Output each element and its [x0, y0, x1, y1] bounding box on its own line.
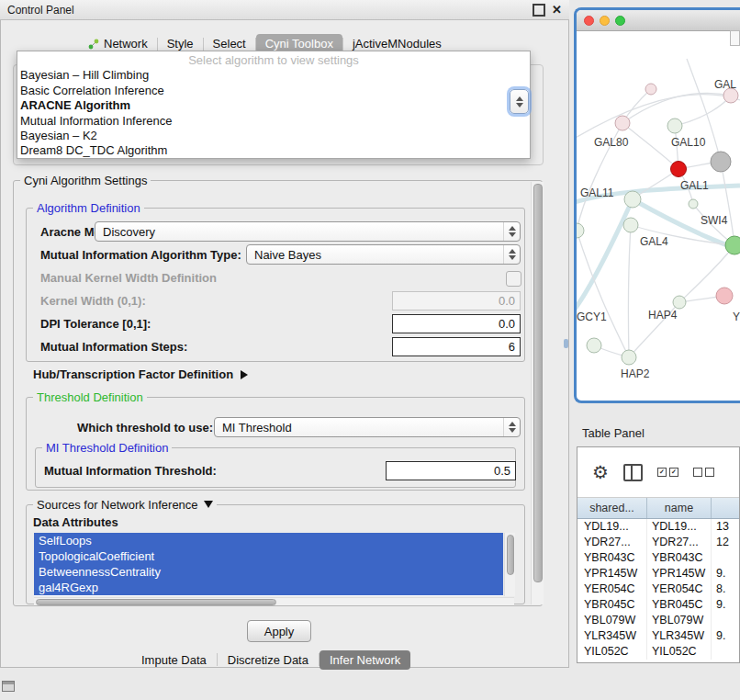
node-gal11[interactable]: [624, 191, 641, 208]
attribute-list-hscrollbar-thumb[interactable]: [36, 599, 276, 605]
node-label: GAL10: [671, 136, 706, 149]
table-columns-icon[interactable]: [623, 464, 643, 481]
node-label: HAP4: [648, 309, 678, 322]
table-cell: [712, 613, 739, 628]
node-gal4[interactable]: [623, 218, 638, 232]
node-pale-pink-small[interactable]: [645, 84, 656, 95]
kernel-width-input[interactable]: [392, 291, 521, 310]
attribute-item-betweennesscentrality[interactable]: BetweennessCentrality: [34, 564, 503, 580]
control-panel-titlebar: Control Panel ✕: [0, 0, 569, 20]
network-graph[interactable]: GAL GAL80 GAL10 GAL11 GAL1 SWI4 GAL4 GCY…: [577, 31, 740, 401]
sources-group-title: Sources for Network Inference: [37, 498, 198, 512]
table-row[interactable]: YDL19... YDL19... 13: [577, 519, 739, 535]
table-cell: 9.: [712, 628, 739, 644]
sources-group-toggle[interactable]: Sources for Network Inference: [33, 498, 217, 512]
column-header-name[interactable]: name: [647, 498, 712, 518]
table-cell: YIL052C: [577, 644, 647, 660]
node-gal1[interactable]: [689, 199, 698, 209]
manual-kernel-checkbox[interactable]: [506, 271, 521, 287]
gear-icon[interactable]: ⚙: [592, 463, 609, 481]
hub-section-label: Hub/Transcription Factor Definition: [33, 367, 233, 381]
tab-label: Select: [213, 37, 246, 51]
attribute-item-gal4rgexp[interactable]: gal4RGexp: [34, 580, 503, 595]
tab-discretize-data[interactable]: Discretize Data: [218, 650, 319, 670]
node-hap2[interactable]: [622, 350, 636, 365]
node-hap4[interactable]: [673, 296, 686, 309]
node-pale-pink[interactable]: [615, 116, 630, 130]
table-row[interactable]: YIL052C YIL052C: [577, 644, 739, 660]
combo-arrows-icon: [503, 245, 520, 264]
close-traffic-light-icon[interactable]: [584, 16, 594, 26]
option-dream8[interactable]: Dream8 DC_TDC Algorithm: [17, 143, 530, 158]
algorithm-dropdown-popup: Select algorithm to view settings Bayesi…: [17, 51, 531, 159]
table-cell: 9.: [712, 597, 739, 613]
table-cell: YDR27...: [647, 535, 712, 550]
minimized-panel-icon[interactable]: [2, 681, 15, 692]
table-row[interactable]: YBR043C YBR043C: [577, 550, 739, 566]
node-gcy1[interactable]: [587, 338, 601, 353]
node-gal10-selected[interactable]: [671, 162, 687, 177]
apply-button[interactable]: Apply: [247, 620, 311, 642]
attribute-list-hscrollbar[interactable]: [34, 597, 514, 605]
settings-group-title: Cyni Algorithm Settings: [20, 174, 151, 187]
minimize-traffic-light-icon[interactable]: [600, 16, 610, 26]
algorithm-combobox-arrow[interactable]: [510, 89, 529, 114]
table-row[interactable]: YBL079W YBL079W: [577, 613, 739, 628]
column-header-extra[interactable]: [712, 498, 739, 518]
node-label: HAP2: [621, 367, 650, 380]
table-cell: YBR043C: [647, 550, 712, 566]
node-gray-large[interactable]: [711, 152, 731, 172]
table-header-row: shared... name: [577, 498, 739, 519]
table-cell: YDL19...: [577, 519, 647, 535]
table-row[interactable]: YER054C YER054C 8.: [577, 581, 739, 597]
node-left-edge[interactable]: [577, 223, 584, 238]
attribute-item-selfloops[interactable]: SelfLoops: [34, 533, 503, 548]
table-cell: 9.: [712, 566, 739, 581]
node-pink-strong[interactable]: [716, 288, 733, 304]
option-bayesian-k2[interactable]: Bayesian – K2: [17, 129, 530, 143]
option-basic-correlation[interactable]: Basic Correlation Inference: [17, 84, 530, 98]
mi-steps-input[interactable]: [392, 337, 521, 356]
select-all-columns-icon[interactable]: ✓✓: [657, 468, 678, 477]
table-row[interactable]: YDR27... YDR27... 12: [577, 535, 739, 550]
table-row[interactable]: YBR045C YBR045C 9.: [577, 597, 739, 613]
aracne-mode-combobox[interactable]: Discovery: [95, 221, 521, 242]
node-bright-green[interactable]: [725, 236, 740, 254]
table-row[interactable]: YLR345W YLR345W 9.: [577, 628, 739, 644]
column-header-shared-name[interactable]: shared...: [577, 498, 647, 518]
network-scrollbar-corner[interactable]: [730, 30, 740, 46]
chevron-up-icon: [516, 96, 523, 101]
table-row[interactable]: YPR145W YPR145W 9.: [577, 566, 739, 581]
dpi-tolerance-label: DPI Tolerance [0,1]:: [40, 317, 151, 331]
dpi-tolerance-input[interactable]: [392, 314, 521, 333]
tab-label: Impute Data: [141, 653, 207, 667]
attribute-item-topologicalcoefficient[interactable]: TopologicalCoefficient: [34, 548, 503, 564]
tab-impute-data[interactable]: Impute Data: [131, 650, 217, 670]
hub-section-toggle[interactable]: Hub/Transcription Factor Definition: [33, 367, 248, 381]
deselect-all-columns-icon[interactable]: [693, 468, 714, 477]
mi-type-combobox[interactable]: Naive Bayes: [246, 244, 521, 265]
mi-steps-label: Mutual Information Steps:: [40, 340, 187, 354]
table-cell: YDR27...: [577, 535, 647, 550]
which-threshold-combobox[interactable]: MI Threshold: [214, 417, 521, 437]
aracne-mode-value: Discovery: [103, 225, 155, 239]
float-window-icon[interactable]: [533, 4, 545, 17]
attribute-list-scrollbar-thumb[interactable]: [507, 535, 514, 575]
settings-scrollbar-thumb[interactable]: [533, 184, 543, 582]
panel-splitter-handle[interactable]: [564, 339, 568, 348]
mi-threshold-input[interactable]: [386, 461, 516, 480]
tab-infer-network[interactable]: Infer Network: [320, 650, 410, 670]
table-cell: YER054C: [577, 581, 647, 597]
settings-scrollbar[interactable]: [531, 182, 544, 604]
threshold-definition-title: Threshold Definition: [33, 390, 147, 404]
table-cell: [712, 550, 739, 566]
close-window-icon[interactable]: ✕: [552, 6, 562, 15]
attribute-list-scrollbar[interactable]: [504, 533, 515, 596]
collapse-down-icon: [204, 501, 213, 508]
node-pale-green[interactable]: [667, 119, 682, 133]
option-mutual-information[interactable]: Mutual Information Inference: [17, 114, 530, 129]
zoom-traffic-light-icon[interactable]: [615, 16, 625, 26]
option-bayesian-hill-climbing[interactable]: Bayesian – Hill Climbing: [17, 68, 530, 83]
option-aracne[interactable]: ARACNE Algorithm: [17, 98, 530, 113]
network-window-titlebar[interactable]: [577, 10, 740, 31]
